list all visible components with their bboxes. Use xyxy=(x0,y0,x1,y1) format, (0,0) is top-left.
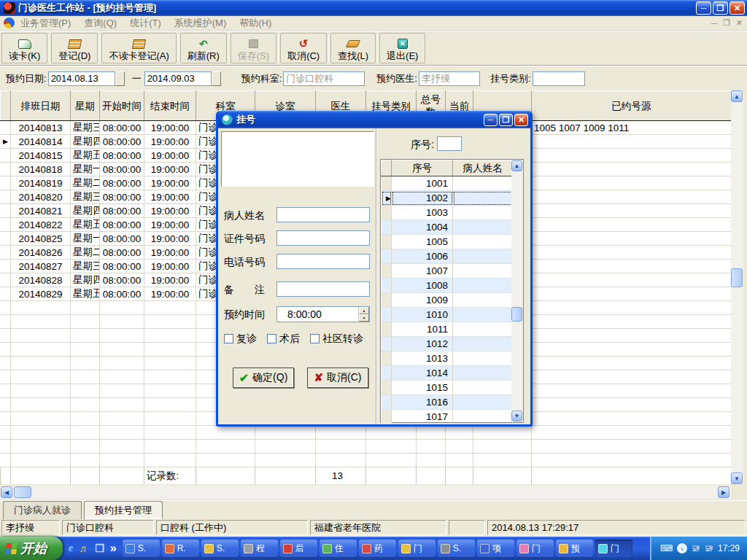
keyboard-layout-icon[interactable]: ⌨ xyxy=(660,543,673,553)
dialog-row-indicator[interactable] xyxy=(382,351,392,366)
taskbar-task-4[interactable]: 后 xyxy=(280,540,317,557)
mdi-close-icon[interactable]: ✕ xyxy=(736,18,743,28)
ie-icon[interactable]: e xyxy=(69,542,73,554)
toolbar-register-nocard-button[interactable]: 不读卡登记(A) xyxy=(101,33,176,63)
dialog-column-header-0[interactable]: 序号 xyxy=(392,160,453,176)
row-indicator[interactable] xyxy=(1,287,11,301)
dialog-maximize-icon[interactable]: ❐ xyxy=(499,114,513,126)
dialog-row-indicator[interactable] xyxy=(382,264,392,279)
date-from-picker-button[interactable] xyxy=(115,71,125,86)
scroll-left-icon[interactable]: ◀ xyxy=(1,486,12,498)
dialog-row-indicator[interactable] xyxy=(382,279,392,293)
dialog-field-input-0[interactable] xyxy=(276,207,370,222)
dialog-field-input-1[interactable] xyxy=(276,230,370,246)
seq-input[interactable] xyxy=(437,136,462,151)
checkbox-2[interactable]: 社区转诊 xyxy=(310,332,363,346)
dialog-row-indicator[interactable] xyxy=(382,366,392,381)
dialog-seq-row[interactable]: 1016 xyxy=(382,395,513,410)
menu-item-1[interactable]: 查询(Q) xyxy=(84,17,117,30)
scroll-right-icon[interactable]: ▶ xyxy=(718,486,729,498)
dialog-scroll-up-icon[interactable]: ▲ xyxy=(511,160,522,171)
taskbar-task-1[interactable]: R. xyxy=(162,540,199,557)
scroll-down-icon[interactable]: ▼ xyxy=(731,472,743,484)
quick-launch-overflow-chevron[interactable]: » xyxy=(110,542,117,555)
dialog-close-icon[interactable]: ✕ xyxy=(514,114,528,126)
dialog-seq-row[interactable]: 1004 xyxy=(382,220,513,235)
dialog-row-indicator[interactable] xyxy=(382,308,392,322)
column-header-1[interactable]: 星期 xyxy=(71,91,100,121)
date-from-input[interactable] xyxy=(48,71,115,86)
close-icon[interactable]: ✕ xyxy=(729,1,745,15)
toolbar-card-reader-button[interactable]: 读卡(K) xyxy=(1,33,47,63)
row-indicator-selected[interactable]: ▶ xyxy=(1,135,11,149)
row-indicator[interactable] xyxy=(1,163,11,176)
dialog-seq-row[interactable]: 1009 xyxy=(382,293,513,308)
taskbar-task-8[interactable]: S. xyxy=(438,540,475,557)
dialog-row-indicator[interactable] xyxy=(382,337,392,351)
row-indicator[interactable] xyxy=(1,260,11,273)
minimize-icon[interactable]: ─ xyxy=(696,1,711,15)
dialog-seq-row[interactable]: 1006 xyxy=(382,249,513,264)
dialog-field-input-3[interactable] xyxy=(276,281,370,297)
taskbar-task-9[interactable]: 项 xyxy=(477,540,514,557)
dept-input[interactable] xyxy=(283,71,365,86)
dialog-seq-row[interactable]: 1005 xyxy=(382,235,513,249)
menu-item-4[interactable]: 帮助(H) xyxy=(239,17,271,30)
toolbar-exit-button[interactable]: ✕退出(E) xyxy=(379,33,425,63)
checkbox-box-icon[interactable] xyxy=(224,334,233,343)
taskbar-task-3[interactable]: 程 xyxy=(241,540,278,557)
taskbar-task-7[interactable]: 门 xyxy=(398,540,436,557)
checkbox-0[interactable]: 复诊 xyxy=(224,332,257,346)
taskbar-task-5[interactable]: 住 xyxy=(320,540,357,557)
doctor-input[interactable] xyxy=(419,71,480,86)
dialog-row-indicator-selected[interactable]: ▶ xyxy=(382,191,392,206)
show-desktop-icon[interactable]: ❒ xyxy=(95,542,104,554)
row-indicator[interactable] xyxy=(1,232,11,246)
dialog-seq-row[interactable]: 1008 xyxy=(382,279,513,293)
taskbar-task-12[interactable]: 门 xyxy=(595,540,632,557)
column-header-0[interactable]: 排班日期 xyxy=(11,91,71,121)
dialog-seq-row[interactable]: 1014 xyxy=(382,366,513,381)
taskbar-task-2[interactable]: S. xyxy=(201,540,239,557)
column-header-2[interactable]: 开始时间 xyxy=(100,91,144,121)
taskbar-task-11[interactable]: 预 xyxy=(556,540,593,557)
checkbox-box-icon[interactable] xyxy=(310,334,320,343)
scroll-up-icon[interactable]: ▲ xyxy=(731,90,743,102)
dialog-seq-row[interactable]: 1015 xyxy=(382,381,513,395)
taskbar-task-6[interactable]: 药 xyxy=(359,540,396,557)
row-indicator[interactable] xyxy=(1,190,11,204)
menu-item-0[interactable]: 业务管理(P) xyxy=(20,17,71,30)
network-icon[interactable]: 🖳 xyxy=(692,543,700,553)
dialog-row-indicator[interactable] xyxy=(382,206,392,220)
dialog-scroll-down-icon[interactable]: ▼ xyxy=(511,411,522,421)
spinner-up-icon[interactable]: ▲ xyxy=(359,307,369,314)
date-to-input[interactable] xyxy=(144,71,212,86)
dialog-minimize-icon[interactable]: ─ xyxy=(484,114,498,126)
taskbar-task-0[interactable]: S. xyxy=(123,540,160,557)
dialog-row-indicator[interactable] xyxy=(382,235,392,249)
column-header-11[interactable]: 已约号源 xyxy=(532,91,732,121)
toolbar-refresh-button[interactable]: ↶刷新(R) xyxy=(180,33,227,63)
dialog-seq-row[interactable]: 1007 xyxy=(382,264,513,279)
dialog-column-header-1[interactable]: 病人姓名 xyxy=(453,160,513,176)
toolbar-cancel-button[interactable]: ↺取消(C) xyxy=(280,33,327,63)
mdi-minimize-icon[interactable]: ─ xyxy=(711,19,717,28)
date-to-picker-button[interactable] xyxy=(212,71,221,86)
menu-item-3[interactable]: 系统维护(M) xyxy=(174,17,227,30)
regtype-input[interactable] xyxy=(533,71,585,86)
mdi-restore-icon[interactable]: ❐ xyxy=(723,18,730,28)
row-indicator[interactable] xyxy=(1,246,11,260)
row-indicator[interactable] xyxy=(1,176,11,190)
row-indicator[interactable] xyxy=(1,204,11,218)
dialog-seq-row[interactable]: 1003 xyxy=(382,206,513,220)
checkbox-1[interactable]: 术后 xyxy=(267,332,300,346)
checkbox-box-icon[interactable] xyxy=(267,334,276,343)
tray-collapse-chevron-icon[interactable]: ‹ xyxy=(677,543,687,553)
dialog-row-indicator[interactable] xyxy=(382,293,392,308)
start-button[interactable]: 开始 xyxy=(0,537,63,560)
dialog-field-input-2[interactable] xyxy=(276,254,370,269)
horizontal-scrollbar[interactable]: ◀ ▶ xyxy=(0,486,731,499)
dialog-seq-row[interactable]: 1001 xyxy=(382,176,513,191)
media-player-icon[interactable]: ♬ xyxy=(79,542,89,554)
dialog-row-indicator[interactable] xyxy=(382,249,392,264)
